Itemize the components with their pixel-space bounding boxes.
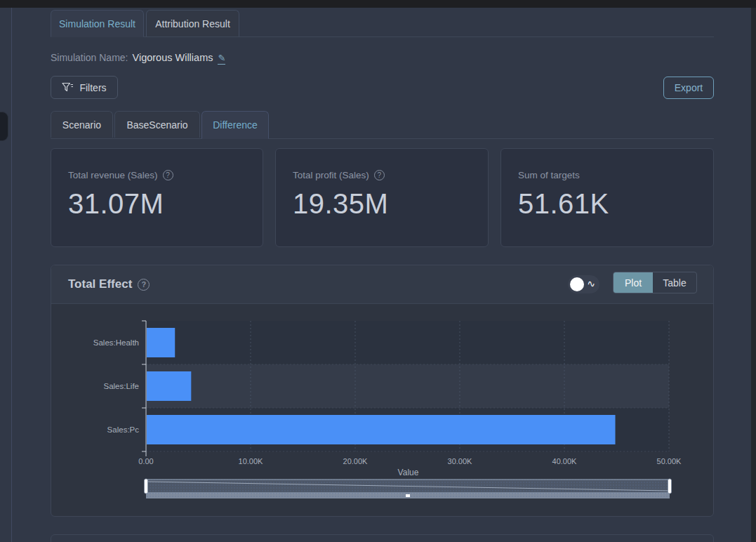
datazoom-handle-right[interactable] [668,479,672,494]
y-tick-label: Sales:Life [103,382,139,390]
stat-label-text: Sum of targets [518,170,580,180]
scrollbar-track[interactable] [751,8,756,542]
total-effect-panel: Total Effect ? ∿ Plot Table Sales:Health… [51,265,714,517]
simulation-name-row: Simulation Name:Vigorous Williams✎ [51,52,225,65]
filters-button[interactable]: Filters [51,76,118,99]
total-effect-header: Total Effect ? ∿ Plot Table [51,265,713,304]
x-tick-label: 0.00 [138,457,153,465]
simulation-name-label: Simulation Name: [51,52,128,63]
tab-label: Attribution Result [155,18,230,29]
bar-chart-svg: Sales:HealthSales:LifeSales:Pc0.0010.00K… [51,305,713,517]
stat-value: 51.61K [518,188,609,220]
help-icon[interactable]: ? [374,170,385,180]
total-effect-title: Total Effect ? [68,277,150,291]
view-switcher: Plot Table [613,272,697,293]
table-view-button[interactable]: Table [653,272,696,293]
content-left-divider [11,8,12,542]
x-tick-label: 30.00K [448,457,473,465]
filter-icon [62,82,74,93]
stat-label: Total profit (Sales) ? [293,170,385,180]
datazoom-grip[interactable] [406,494,410,497]
total-effect-chart: Sales:HealthSales:LifeSales:Pc0.0010.00K… [51,305,713,517]
edit-icon[interactable]: ✎ [218,53,225,65]
simulation-name-value: Vigorous Williams [133,52,213,63]
subtab-label: Difference [213,119,258,131]
wave-icon: ∿ [587,278,595,289]
tabbar-divider [51,37,714,37]
x-tick-label: 20.00K [343,457,369,465]
plot-view-button[interactable]: Plot [614,272,653,293]
tab-simulation-result[interactable]: Simulation Result [51,10,144,37]
x-axis-label: Value [398,468,419,477]
chart-band [146,321,669,364]
subtabbar-divider [51,138,714,139]
toggle-knob [570,277,584,291]
export-label: Export [675,82,703,93]
stat-label: Total revenue (Sales) ? [68,170,173,180]
tab-attribution-result[interactable]: Attribution Result [146,10,239,37]
window-top-bar [0,0,756,8]
bar-Sales:Life[interactable] [147,371,191,401]
export-button[interactable]: Export [663,77,714,99]
stat-value: 31.07M [68,188,164,220]
stat-card-sum-of-targets: Sum of targets 51.61K [500,148,714,247]
stat-label: Sum of targets [518,170,580,180]
x-tick-label: 10.00K [239,457,264,465]
subtab-basescenario[interactable]: BaseScenario [114,111,200,138]
help-icon[interactable]: ? [163,170,173,180]
stat-label-text: Total profit (Sales) [293,170,369,180]
x-tick-label: 50.00K [657,457,682,465]
plot-mode-toggle[interactable]: ∿ [568,275,599,293]
y-tick-label: Sales:Health [93,338,139,347]
x-tick-label: 40.00K [552,457,578,465]
stat-card-total-profit: Total profit (Sales) ? 19.35M [275,148,489,247]
total-effect-title-text: Total Effect [68,277,132,291]
filters-label: Filters [79,82,106,93]
datazoom-handle-left[interactable] [145,479,148,494]
sidebar-collapse-handle[interactable] [0,112,8,141]
next-section-panel [51,534,714,542]
stat-card-total-revenue: Total revenue (Sales) ? 31.07M [51,148,263,247]
tab-label: Simulation Result [59,18,135,29]
y-tick-label: Sales:Pc [107,425,140,434]
stat-label-text: Total revenue (Sales) [68,170,158,180]
subtab-difference[interactable]: Difference [201,111,269,139]
stat-value: 19.35M [293,188,388,220]
chart-band [146,364,669,408]
bar-Sales:Pc[interactable] [147,415,616,444]
subtab-label: BaseScenario [126,119,187,131]
subtab-scenario[interactable]: Scenario [51,111,113,138]
help-icon[interactable]: ? [138,279,150,291]
subtab-label: Scenario [62,119,101,131]
bar-Sales:Health[interactable] [147,328,175,357]
